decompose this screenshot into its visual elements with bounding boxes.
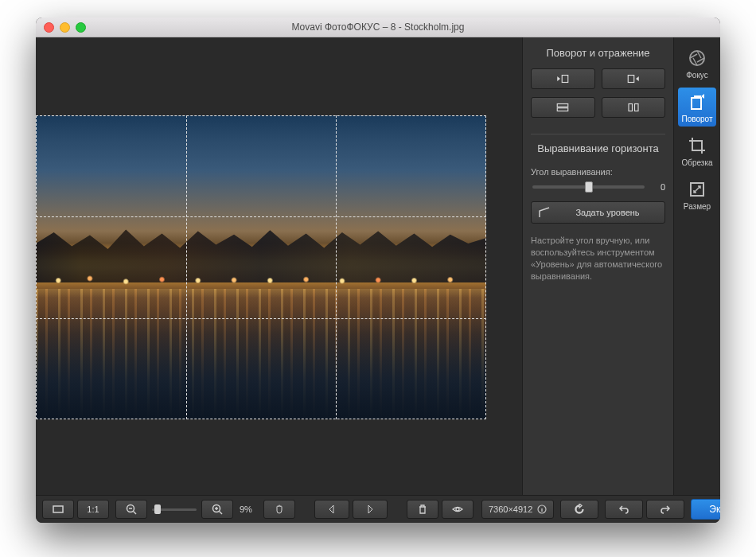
- trash-icon: [417, 504, 428, 515]
- undo-button[interactable]: [605, 500, 643, 519]
- fit-screen-icon: [53, 504, 64, 515]
- svg-rect-1: [628, 76, 634, 83]
- settings-panel: Поворот и отражение: [522, 37, 673, 495]
- tool-resize[interactable]: Размер: [678, 175, 716, 214]
- svg-rect-4: [629, 104, 633, 111]
- zoom-out-button[interactable]: [115, 500, 147, 519]
- close-window-button[interactable]: [44, 22, 54, 33]
- rotate-right-button[interactable]: [602, 68, 666, 89]
- app-body: Поворот и отражение: [36, 37, 720, 495]
- tool-rotate-label: Поворот: [682, 115, 713, 123]
- svg-rect-9: [53, 506, 63, 512]
- zoom-slider[interactable]: [152, 508, 197, 511]
- window-title: Movavi ФотоФОКУС – 8 - Stockholm.jpg: [36, 21, 720, 33]
- flip-horizontal-icon: [555, 102, 570, 113]
- reset-icon: [574, 504, 585, 515]
- resize-icon: [688, 180, 707, 199]
- svg-rect-2: [558, 104, 569, 107]
- zoom-out-icon: [126, 504, 137, 515]
- reset-button[interactable]: [560, 500, 598, 519]
- svg-rect-7: [692, 98, 701, 109]
- svg-rect-5: [634, 104, 638, 111]
- tool-crop-label: Обрезка: [681, 158, 712, 167]
- canvas-area[interactable]: [36, 37, 522, 495]
- hand-icon: [274, 504, 285, 515]
- window-controls: [44, 22, 86, 33]
- level-tool-icon: [538, 206, 551, 219]
- angle-label: Угол выравнивания:: [531, 167, 665, 177]
- fit-to-screen-button[interactable]: [42, 500, 74, 519]
- image-dimensions: 7360×4912: [489, 504, 532, 514]
- next-image-button[interactable]: [353, 500, 388, 519]
- flip-vertical-button[interactable]: [602, 97, 666, 118]
- info-icon[interactable]: [537, 504, 547, 514]
- zoom-in-button[interactable]: [201, 500, 233, 519]
- angle-slider[interactable]: [532, 185, 645, 189]
- set-level-button-label: Задать уровень: [557, 208, 658, 217]
- preview-toggle-button[interactable]: [442, 500, 473, 519]
- actual-size-label: 1:1: [87, 504, 99, 514]
- angle-value: 0: [651, 182, 665, 192]
- panel-section-horizon-title: Выравнивание горизонта: [531, 134, 665, 159]
- titlebar: Movavi ФотоФОКУС – 8 - Stockholm.jpg: [36, 18, 720, 37]
- svg-rect-3: [558, 108, 569, 111]
- zoom-value: 9%: [236, 504, 255, 514]
- rotate-icon: [688, 92, 707, 111]
- redo-button[interactable]: [646, 500, 684, 519]
- flip-vertical-icon: [626, 102, 641, 113]
- delete-button[interactable]: [407, 500, 438, 519]
- crop-icon: [688, 136, 707, 155]
- undo-icon: [618, 504, 629, 515]
- flip-horizontal-button[interactable]: [531, 97, 595, 118]
- svg-rect-0: [563, 76, 569, 83]
- panel-section-rotate-title: Поворот и отражение: [531, 44, 665, 65]
- prev-image-button[interactable]: [314, 500, 349, 519]
- next-icon: [364, 504, 376, 515]
- tool-rotate[interactable]: Поворот: [678, 88, 716, 127]
- redo-icon: [660, 504, 671, 515]
- tool-resize-label: Размер: [684, 202, 711, 211]
- app-window: Movavi ФотоФОКУС – 8 - Stockholm.jpg Пов…: [36, 18, 720, 523]
- zoom-window-button[interactable]: [76, 22, 86, 33]
- rotate-left-button[interactable]: [531, 68, 595, 89]
- panel-help-text: Настройте угол вручную, или воспользуйте…: [531, 235, 665, 282]
- zoom-slider-container: [150, 507, 198, 512]
- zoom-in-icon: [212, 504, 223, 515]
- tool-focus-label: Фокус: [686, 71, 708, 80]
- image-preview: [36, 115, 486, 419]
- image-dimensions-pill: 7360×4912: [481, 500, 554, 519]
- rotate-right-icon: [626, 73, 641, 84]
- actual-size-button[interactable]: 1:1: [77, 500, 109, 519]
- set-level-button[interactable]: Задать уровень: [531, 201, 665, 224]
- eye-icon: [452, 504, 463, 515]
- tool-sidebar: Фокус Поворот Обрезка: [673, 37, 720, 495]
- aperture-icon: [688, 49, 707, 68]
- bottom-toolbar: 1:1 9%: [36, 495, 720, 523]
- rotate-left-icon: [555, 73, 570, 84]
- pan-hand-button[interactable]: [263, 500, 295, 519]
- svg-point-6: [690, 51, 704, 65]
- prev-icon: [326, 504, 337, 515]
- export-button[interactable]: Экспорт: [691, 499, 720, 520]
- export-button-label: Экспорт: [709, 504, 720, 515]
- minimize-window-button[interactable]: [60, 22, 70, 33]
- tool-focus[interactable]: Фокус: [678, 44, 716, 83]
- svg-point-12: [456, 508, 459, 511]
- tool-crop[interactable]: Обрезка: [678, 131, 716, 170]
